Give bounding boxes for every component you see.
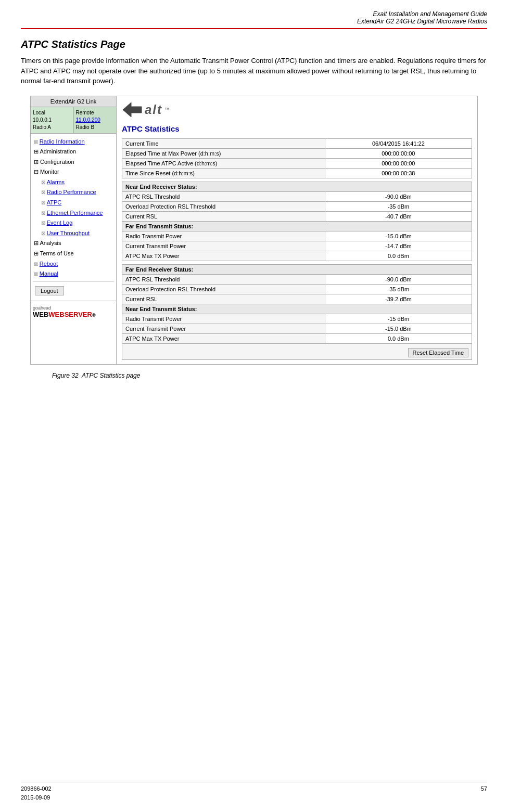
server-label: WEBSERVER — [48, 311, 92, 318]
table-row: Current Transmit Power-14.7 dBm — [122, 241, 472, 251]
sidebar-item-user-throughput[interactable]: ⊠ User Throughput — [40, 228, 114, 239]
doc-number: 209866-002 — [21, 784, 52, 793]
table-value-cell: -40.7 dBm — [325, 211, 472, 221]
logo-alt-text: alt — [145, 102, 162, 117]
table-row: Current RSL-39.2 dBm — [122, 294, 472, 304]
sidebar-remote: Remote 11.0.0.200 Radio B — [73, 107, 117, 133]
table-row: Current Transmit Power-15.0 dBm — [122, 324, 472, 333]
x-icon-event-log: ⊠ — [41, 220, 47, 226]
sidebar: ExtendAir G2 Link Local 10.0.0.1 Radio A… — [31, 96, 117, 364]
exalt-logo-svg — [122, 100, 143, 119]
table-label-cell: ATPC Max TX Power — [122, 251, 325, 261]
remote-radio: Radio B — [76, 124, 115, 131]
plus-icon: ⊞ — [34, 148, 40, 154]
sidebar-item-radio-information[interactable]: ⊠ Radio Information — [33, 137, 114, 147]
page-number: 57 — [481, 784, 487, 802]
table-row: Radio Transmit Power-15 dBm — [122, 314, 472, 324]
sidebar-item-configuration: ⊞ Configuration — [33, 157, 114, 167]
screenshot-container: ExtendAir G2 Link Local 10.0.0.1 Radio A… — [30, 96, 478, 365]
logo-tm: ™ — [164, 107, 170, 112]
table-row: Overload Protection RSL Threshold-35 dBm — [122, 284, 472, 294]
logout-button[interactable]: Logout — [35, 286, 64, 295]
page-footer: 209866-002 2015-09-09 57 — [21, 782, 487, 802]
table-row: Radio Transmit Power-15.0 dBm — [122, 231, 472, 241]
table-value-cell: -35 dBm — [325, 201, 472, 211]
webserver-section: goahead WEBWEBSERVER® — [31, 301, 116, 321]
table-value-cell: -90.0 dBm — [325, 274, 472, 284]
sidebar-item-alarms[interactable]: ⊠ Alarms — [40, 177, 114, 188]
sidebar-menu: ⊠ Radio Information ⊞ Administration ⊞ C… — [31, 134, 116, 301]
table-row: Elapsed Time ATPC Active (d:h:m:s)000:00… — [122, 158, 472, 168]
sidebar-item-radio-performance[interactable]: ⊠ Radio Performance — [40, 187, 114, 198]
table-row: ATPC RSL Threshold-90.0 dBm — [122, 191, 472, 201]
sidebar-item-atpc[interactable]: ⊠ ATPC — [40, 198, 114, 208]
table-label-cell: Current Transmit Power — [122, 241, 325, 251]
x-icon: ⊠ — [34, 139, 40, 145]
table-value-cell: -35 dBm — [325, 284, 472, 294]
x-icon-alarms: ⊠ — [41, 179, 47, 185]
remote-label: Remote — [76, 109, 115, 117]
table-value-cell: 0.0 dBm — [325, 333, 472, 343]
atpc-section-title: ATPC Statistics — [122, 124, 472, 133]
table-label-cell: Radio Transmit Power — [122, 314, 325, 324]
web-label: WEB — [33, 311, 48, 318]
table-value-cell: 000:00:00:00 — [325, 158, 472, 168]
figure-caption-text: ATPC Statistics page — [82, 372, 141, 379]
sidebar-item-terms: ⊞ Terms of Use — [33, 249, 114, 259]
sidebar-item-administration: ⊞ Administration — [33, 147, 114, 157]
reg-symbol: ® — [92, 313, 96, 318]
svg-marker-0 — [123, 102, 142, 117]
table-label-cell: Elapsed Time at Max Power (d:h:m:s) — [122, 148, 325, 158]
x-icon-manual: ⊠ — [34, 271, 40, 277]
table-value-cell: -15 dBm — [325, 314, 472, 324]
table-label-cell: Elapsed Time ATPC Active (d:h:m:s) — [122, 158, 325, 168]
table-label-cell: Overload Protection RSL Threshold — [122, 284, 325, 294]
table-label-cell: ATPC RSL Threshold — [122, 274, 325, 284]
x-icon-radio-perf: ⊠ — [41, 189, 47, 195]
x-icon-eth-perf: ⊠ — [41, 210, 47, 216]
table-row: Elapsed Time at Max Power (d:h:m:s)000:0… — [122, 148, 472, 158]
sidebar-item-ethernet-performance[interactable]: ⊠ Ethernet Performance — [40, 208, 114, 218]
table-row: ATPC RSL Threshold-90.0 dBm — [122, 274, 472, 284]
sidebar-item-event-log[interactable]: ⊠ Event Log — [40, 218, 114, 228]
sidebar-header: ExtendAir G2 Link — [31, 96, 116, 107]
main-content: alt™ ATPC Statistics Current Time06/04/2… — [117, 96, 477, 364]
goahead-label: goahead — [33, 305, 114, 311]
table-value-cell: -15.0 dBm — [325, 324, 472, 333]
table-label-cell: ATPC Max TX Power — [122, 333, 325, 343]
plus-icon-terms: ⊞ — [34, 250, 40, 256]
table-label-cell: Current RSL — [122, 294, 325, 304]
table-value-cell: 000:00:00:00 — [325, 148, 472, 158]
table-label-cell: Overload Protection RSL Threshold — [122, 201, 325, 211]
x-icon-atpc: ⊠ — [41, 200, 47, 205]
sidebar-item-manual[interactable]: ⊠ Manual — [33, 269, 114, 279]
minus-icon: ⊟ — [34, 169, 40, 175]
table-value-cell: -39.2 dBm — [325, 294, 472, 304]
local-ip: 10.0.0.1 — [33, 117, 71, 124]
page-title: ATPC Statistics Page — [21, 38, 487, 50]
plus-icon-config: ⊞ — [34, 159, 40, 165]
table-row: Overload Protection RSL Threshold-35 dBm — [122, 201, 472, 211]
table-value-cell: -15.0 dBm — [325, 231, 472, 241]
local-radio: Radio A — [33, 124, 71, 131]
table-label-cell: Current Time — [122, 138, 325, 148]
table-spacer-row — [122, 178, 472, 182]
intro-text: Timers on this page provide information … — [21, 56, 487, 86]
figure-caption: Figure 32 ATPC Statistics page — [52, 372, 487, 379]
footer-date: 2015-09-09 — [21, 793, 52, 802]
sidebar-item-monitor: ⊟ Monitor — [33, 167, 114, 177]
table-label-cell: ATPC RSL Threshold — [122, 191, 325, 201]
table-row: ATPC Max TX Power0.0 dBm — [122, 333, 472, 343]
footer-left: 209866-002 2015-09-09 — [21, 784, 52, 802]
plus-icon-analysis: ⊞ — [34, 240, 40, 246]
sidebar-local-remote: Local 10.0.0.1 Radio A Remote 11.0.0.200… — [31, 107, 116, 134]
header-line2: ExtendAir G2 24GHz Digital Microwave Rad… — [21, 18, 487, 25]
table-spacer-row — [122, 261, 472, 264]
reset-elapsed-time-button[interactable]: Reset Elapsed Time — [408, 348, 468, 357]
remote-ip[interactable]: 11.0.0.200 — [76, 117, 115, 124]
table-row: Current RSL-40.7 dBm — [122, 211, 472, 221]
webserver-logo: WEBWEBSERVER® — [33, 311, 114, 318]
table-value-cell: 0.0 dBm — [325, 251, 472, 261]
exalt-logo: alt™ — [122, 100, 472, 119]
sidebar-item-reboot[interactable]: ⊠ Reboot — [33, 259, 114, 269]
